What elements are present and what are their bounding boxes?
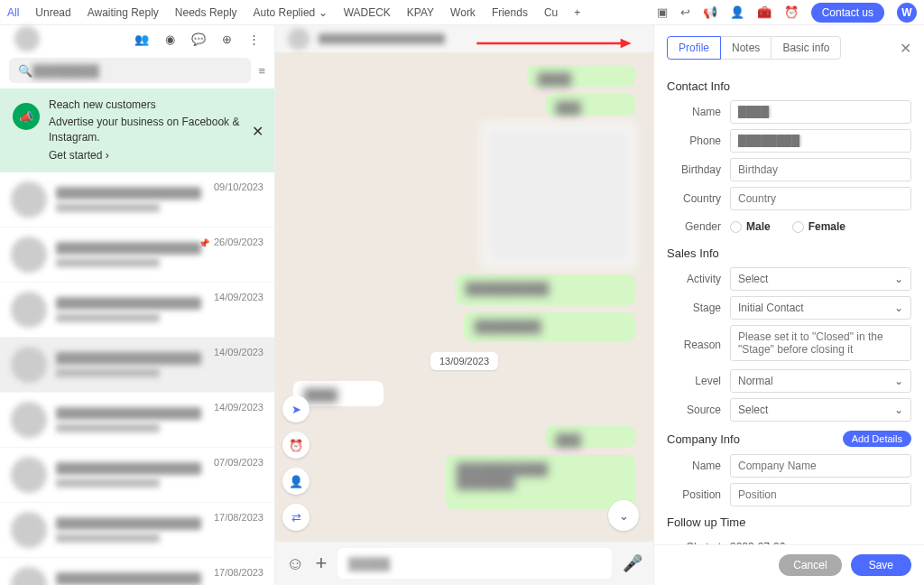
filter-icon[interactable]: ≡ [258, 64, 265, 78]
promo-title: Reach new customers [49, 98, 262, 113]
tab-basic[interactable]: Basic info [771, 36, 841, 60]
promo-link[interactable]: Get started › [49, 148, 262, 163]
filter-tabs: All Unread Awaiting Reply Needs Reply Au… [7, 6, 657, 19]
send-icon[interactable]: ➤ [282, 395, 310, 422]
tab-wadeck[interactable]: WADECK [344, 6, 391, 19]
close-icon[interactable]: ✕ [252, 122, 263, 139]
save-button[interactable]: Save [851, 554, 911, 576]
birthday-field[interactable] [730, 158, 911, 181]
sidebar: 👥 ◉ 💬 ⊕ ⋮ 🔍 ████████ ≡ 📣 Reach new custo… [0, 25, 275, 585]
scroll-down-button[interactable]: ⌄ [608, 500, 639, 531]
chevron-down-icon: ⌄ [319, 6, 328, 19]
contact-us-button[interactable]: Contact us [811, 3, 884, 23]
source-select[interactable]: Select⌄ [730, 398, 911, 422]
sidebar-header: 👥 ◉ 💬 ⊕ ⋮ [0, 25, 274, 52]
pin-icon: 📌 [199, 238, 209, 248]
messages: ████ ███ ██████████ ████████ 13/09/2023 … [275, 52, 653, 542]
details-panel: Profile Notes Basic info ✕ Contact Info … [653, 25, 924, 585]
name-field[interactable] [730, 100, 911, 124]
group-icon[interactable]: 👥 [134, 32, 149, 46]
panel-footer: Cancel Save [654, 544, 924, 585]
chat-row[interactable]: 14/09/2023 [0, 283, 274, 338]
add-tab-icon[interactable]: + [574, 6, 580, 19]
chevron-down-icon: ⌄ [894, 302, 903, 314]
transfer-icon[interactable]: ⇄ [282, 504, 310, 531]
toolbox-icon[interactable]: 🧰 [757, 5, 772, 19]
country-field[interactable] [730, 187, 911, 210]
phone-field[interactable] [730, 129, 911, 153]
chevron-down-icon: ⌄ [894, 404, 903, 416]
chevron-down-icon: ⌄ [894, 375, 903, 387]
promo-banner: 📣 Reach new customers Advertise your bus… [0, 88, 274, 172]
mic-icon[interactable]: 🎤 [623, 553, 642, 573]
position-field[interactable] [730, 483, 911, 506]
megaphone-icon: 📣 [13, 103, 40, 130]
chat-at-value: 2023-07-26 [730, 536, 911, 544]
tab-work[interactable]: Work [450, 6, 476, 19]
emoji-icon[interactable]: ☺ [286, 553, 304, 574]
attach-icon[interactable]: + [315, 552, 327, 575]
composer: ☺ + █████ 🎤 [275, 542, 653, 585]
chat-row[interactable]: 09/10/2023 [0, 172, 274, 228]
chat-row[interactable]: 📌26/09/2023 [0, 228, 274, 283]
gender-radios[interactable]: MaleFemale [730, 216, 911, 237]
conversation-header [275, 25, 653, 52]
chevron-down-icon: ⌄ [894, 273, 903, 285]
chat-row[interactable]: 17/08/2023 [0, 558, 274, 585]
topbar: All Unread Awaiting Reply Needs Reply Au… [0, 0, 924, 25]
tab-kpay[interactable]: KPAY [407, 6, 434, 19]
chat-icon[interactable]: 💬 [191, 32, 206, 46]
reason-field[interactable] [730, 325, 911, 361]
add-details-button[interactable]: Add Details [843, 431, 911, 447]
section-contact-info: Contact Info [667, 79, 911, 93]
tab-awaiting[interactable]: Awaiting Reply [88, 6, 159, 19]
inbox-icon[interactable]: ▣ [657, 5, 668, 19]
tab-unread[interactable]: Unread [35, 6, 70, 19]
company-name-field[interactable] [730, 454, 911, 478]
section-sales-info: Sales Info [667, 246, 911, 260]
app-logo[interactable]: W [897, 3, 917, 23]
contact-avatar[interactable] [288, 28, 310, 50]
new-chat-icon[interactable]: ⊕ [222, 32, 232, 46]
message-input[interactable]: █████ [337, 548, 612, 579]
level-select[interactable]: Normal⌄ [730, 369, 911, 393]
date-separator: 13/09/2023 [430, 352, 498, 370]
reply-icon[interactable]: ↩ [680, 5, 690, 19]
contact-title [319, 33, 445, 44]
contact-card-icon[interactable]: 👤 [730, 5, 744, 19]
cancel-button[interactable]: Cancel [779, 554, 841, 576]
my-avatar[interactable] [14, 26, 40, 51]
close-panel-icon[interactable]: ✕ [900, 40, 911, 57]
tab-all[interactable]: All [7, 6, 19, 19]
chat-row[interactable]: 14/09/2023 [0, 338, 274, 393]
tab-auto[interactable]: Auto Replied ⌄ [254, 6, 328, 19]
reminder-icon[interactable]: ⏰ [282, 432, 310, 459]
details-tabs: Profile Notes Basic info ✕ [654, 25, 924, 67]
section-company-info: Company InfoAdd Details [667, 431, 911, 447]
quick-actions: ➤ ⏰ 👤 ⇄ [282, 395, 310, 531]
activity-select[interactable]: Select⌄ [730, 267, 911, 291]
tab-profile[interactable]: Profile [667, 36, 721, 60]
stage-select[interactable]: Initial Contact⌄ [730, 296, 911, 320]
tab-more[interactable]: Cu [544, 6, 558, 19]
broadcast-icon[interactable]: 📢 [703, 5, 717, 19]
profile-icon[interactable]: 👤 [282, 468, 310, 495]
menu-icon[interactable]: ⋮ [248, 32, 260, 46]
section-followup: Follow up Time [667, 515, 911, 529]
alarm-icon[interactable]: ⏰ [784, 5, 799, 19]
search-input[interactable]: 🔍 ████████ [9, 58, 251, 83]
tab-friends[interactable]: Friends [492, 6, 528, 19]
topbar-actions: ▣ ↩ 📢 👤 🧰 ⏰ Contact us W [657, 3, 917, 23]
chat-row[interactable]: 14/09/2023 [0, 393, 274, 448]
conversation-pane: ████ ███ ██████████ ████████ 13/09/2023 … [275, 25, 653, 585]
tab-needs[interactable]: Needs Reply [175, 6, 237, 19]
chat-list: 09/10/2023 📌26/09/2023 14/09/2023 14/09/… [0, 172, 274, 585]
promo-body: Advertise your business on Facebook & In… [49, 115, 262, 145]
image-message[interactable] [482, 123, 635, 267]
chat-row[interactable]: 17/08/2023 [0, 503, 274, 558]
chat-row[interactable]: 07/09/2023 [0, 448, 274, 503]
tab-notes[interactable]: Notes [721, 36, 771, 60]
status-icon[interactable]: ◉ [165, 32, 175, 46]
